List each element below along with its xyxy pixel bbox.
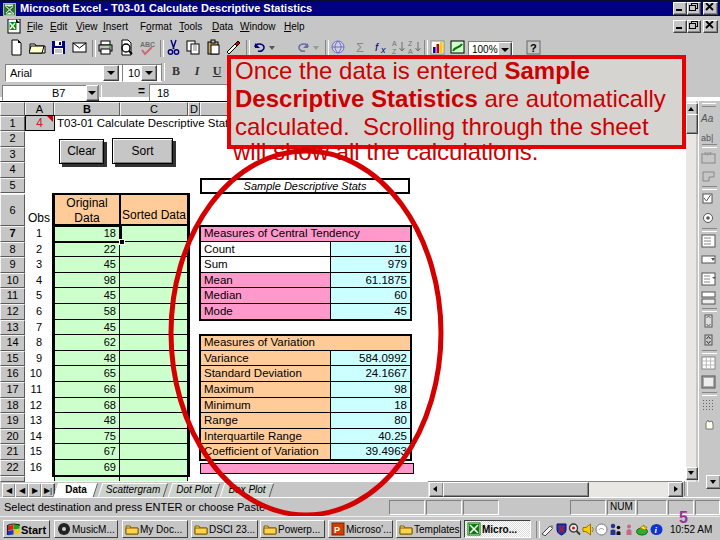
svg-text:Z: Z	[408, 40, 413, 47]
svg-text:Σ: Σ	[356, 40, 364, 55]
svg-text:P: P	[334, 525, 340, 535]
svg-text:f: f	[375, 41, 379, 53]
svg-text:Z: Z	[392, 48, 397, 55]
svg-text:x: x	[380, 45, 386, 55]
svg-text:xyz: xyz	[704, 150, 712, 156]
svg-text:ABC: ABC	[140, 41, 155, 48]
svg-text:?: ?	[530, 42, 537, 54]
svg-text:A: A	[392, 40, 397, 47]
svg-text:A: A	[408, 48, 413, 55]
